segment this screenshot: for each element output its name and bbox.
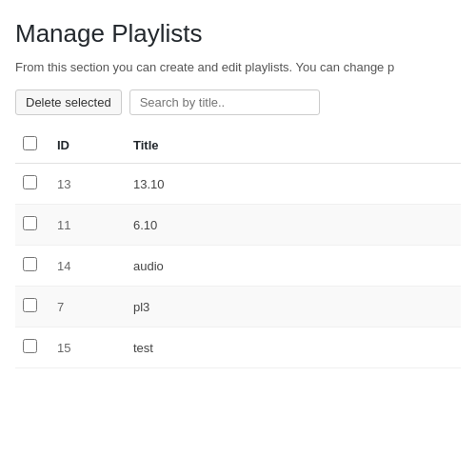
table-row: 116.10 xyxy=(15,205,461,246)
header-checkbox-cell xyxy=(15,127,50,164)
row-checkbox-cell xyxy=(15,327,50,368)
table-row: 14audio xyxy=(15,246,461,287)
page-description: From this section you can create and edi… xyxy=(15,60,461,74)
row-checkbox[interactable] xyxy=(23,216,37,230)
table-row: 7pl3 xyxy=(15,287,461,327)
header-id: ID xyxy=(50,127,126,164)
row-id: 11 xyxy=(50,205,126,246)
row-title: 13.10 xyxy=(126,164,461,205)
table-row: 1313.10 xyxy=(15,164,461,205)
row-checkbox-cell xyxy=(15,246,50,287)
row-checkbox-cell xyxy=(15,164,50,205)
header-title: Title xyxy=(126,127,461,164)
row-title: 6.10 xyxy=(126,205,461,246)
row-id: 14 xyxy=(50,246,126,287)
search-input[interactable] xyxy=(129,89,320,115)
toolbar: Delete selected xyxy=(15,89,461,115)
row-checkbox-cell xyxy=(15,205,50,246)
playlists-table: ID Title 1313.10116.1014audio7pl315test xyxy=(15,127,461,368)
table-header-row: ID Title xyxy=(15,127,461,164)
row-checkbox[interactable] xyxy=(23,339,37,353)
select-all-checkbox[interactable] xyxy=(23,136,37,150)
row-id: 13 xyxy=(50,164,126,205)
row-id: 7 xyxy=(50,287,126,327)
row-title: test xyxy=(126,327,461,368)
row-title: audio xyxy=(126,246,461,287)
row-checkbox-cell xyxy=(15,287,50,327)
row-title: pl3 xyxy=(126,287,461,327)
table-row: 15test xyxy=(15,327,461,368)
delete-selected-button[interactable]: Delete selected xyxy=(15,89,122,115)
row-id: 15 xyxy=(50,327,126,368)
page-title: Manage Playlists xyxy=(15,19,461,49)
row-checkbox[interactable] xyxy=(23,298,37,312)
row-checkbox[interactable] xyxy=(23,257,37,271)
row-checkbox[interactable] xyxy=(23,175,37,189)
